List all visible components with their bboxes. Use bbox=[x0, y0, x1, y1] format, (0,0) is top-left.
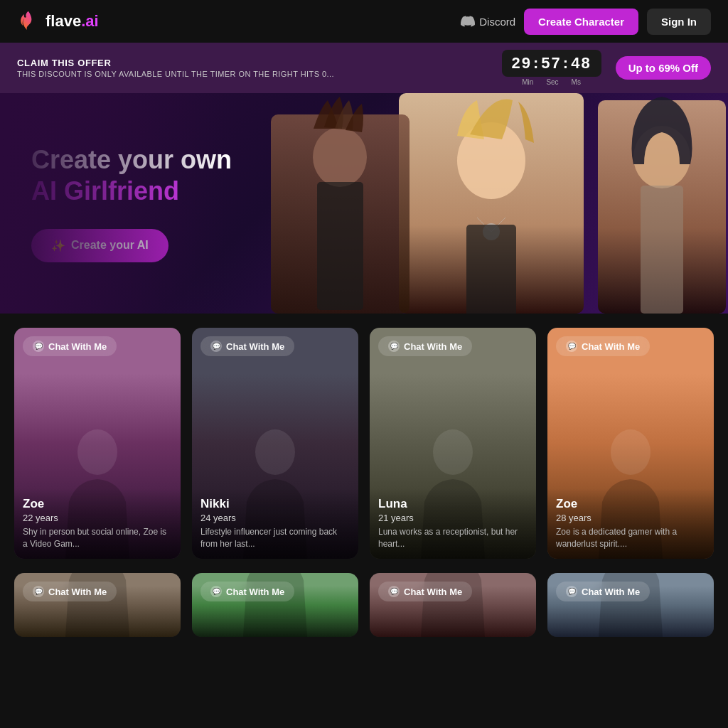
svg-rect-9 bbox=[466, 225, 516, 314]
chat-icon: 💬 bbox=[566, 341, 577, 352]
hero-section: Create your own AI Girlfriend ✨ Create y… bbox=[0, 93, 728, 314]
flame-icon bbox=[17, 10, 40, 33]
hero-portraits bbox=[255, 93, 728, 314]
chat-with-me-button[interactable]: 💬Chat With Me bbox=[378, 336, 472, 356]
offer-badge[interactable]: Up to 69% Off bbox=[616, 56, 711, 80]
svg-point-12 bbox=[77, 429, 117, 475]
chat-icon: 💬 bbox=[566, 586, 577, 597]
timer-ms: 48 bbox=[571, 54, 591, 73]
offer-text: CLAIM THIS OFFER THIS DISCOUNT IS ONLY A… bbox=[17, 58, 502, 78]
char-age: 24 years bbox=[200, 513, 350, 523]
sec-label: Sec bbox=[546, 78, 558, 86]
chat-with-me-button[interactable]: 💬Chat With Me bbox=[200, 336, 294, 356]
char-name: Zoe bbox=[23, 497, 172, 511]
ms-label: Ms bbox=[572, 78, 581, 86]
char-card[interactable]: 💬Chat With Me Luna 21 years Luna works a… bbox=[370, 328, 536, 559]
timer-minutes: 29 bbox=[512, 54, 532, 73]
chat-label: Chat With Me bbox=[404, 341, 462, 352]
char-info: Luna 21 years Luna works as a receptioni… bbox=[370, 488, 536, 559]
chat-label: Chat With Me bbox=[226, 587, 284, 597]
chat-with-me-button[interactable]: 💬Chat With Me bbox=[556, 582, 650, 601]
characters-section: 💬Chat With Me Zoe 22 years Shy in person… bbox=[0, 314, 728, 573]
timer-seconds: 57 bbox=[541, 54, 561, 73]
hero-gradient-overlay bbox=[0, 93, 228, 314]
offer-banner: CLAIM THIS OFFER THIS DISCOUNT IS ONLY A… bbox=[0, 43, 728, 93]
chat-label: Chat With Me bbox=[226, 341, 284, 352]
chat-icon: 💬 bbox=[33, 341, 44, 352]
char-name: Nikki bbox=[200, 497, 350, 511]
discord-button[interactable]: Discord bbox=[461, 14, 515, 28]
svg-point-14 bbox=[433, 429, 473, 475]
chat-with-me-button[interactable]: 💬Chat With Me bbox=[23, 582, 117, 601]
header: flave.ai Discord Create Character Sign I… bbox=[0, 0, 728, 43]
chat-icon: 💬 bbox=[388, 341, 400, 352]
chat-with-me-button[interactable]: 💬Chat With Me bbox=[378, 582, 472, 601]
char-name: Zoe bbox=[556, 497, 705, 511]
char-desc: Shy in person but social online, Zoe is … bbox=[23, 526, 172, 550]
chat-label: Chat With Me bbox=[582, 587, 640, 597]
char-desc: Lifestyle influencer just coming back fr… bbox=[200, 526, 350, 550]
char-card[interactable]: 💬Chat With Me Zoe 28 years Zoe is a dedi… bbox=[547, 328, 714, 559]
char-age: 22 years bbox=[23, 513, 172, 523]
countdown-timer: 29 : 57 : 48 Min Sec Ms bbox=[502, 50, 601, 86]
discord-icon bbox=[461, 14, 475, 28]
char-name: Luna bbox=[378, 497, 528, 511]
svg-point-13 bbox=[255, 429, 295, 475]
char-card[interactable]: 💬Chat With Me Zoe 22 years Shy in person… bbox=[14, 328, 181, 559]
offer-subtitle: THIS DISCOUNT IS ONLY AVAILABLE UNTIL TH… bbox=[17, 70, 502, 78]
hero-portrait-group bbox=[257, 93, 726, 314]
char-desc: Zoe is a dedicated gamer with a wanderlu… bbox=[556, 526, 705, 550]
sign-in-button[interactable]: Sign In bbox=[647, 9, 711, 35]
timer-labels: Min Sec Ms bbox=[522, 78, 581, 86]
logo-text: flave.ai bbox=[46, 12, 99, 31]
char-card[interactable]: 💬Chat With Me bbox=[14, 573, 181, 637]
characters-grid-row2: 💬Chat With Me 💬Chat With Me 💬Chat With M… bbox=[14, 573, 714, 637]
char-card[interactable]: 💬Chat With Me bbox=[370, 573, 536, 637]
chat-icon: 💬 bbox=[210, 586, 222, 597]
chat-with-me-button[interactable]: 💬Chat With Me bbox=[200, 582, 294, 601]
char-info: Zoe 22 years Shy in person but social on… bbox=[14, 488, 181, 559]
create-character-button[interactable]: Create Character bbox=[524, 9, 638, 35]
char-desc: Luna works as a receptionist, but her he… bbox=[378, 526, 528, 550]
chat-with-me-button[interactable]: 💬Chat With Me bbox=[556, 336, 650, 356]
svg-rect-11 bbox=[641, 186, 683, 314]
characters-section-row2: 💬Chat With Me 💬Chat With Me 💬Chat With M… bbox=[0, 573, 728, 651]
chat-icon: 💬 bbox=[210, 341, 222, 352]
char-card[interactable]: 💬Chat With Me Nikki 24 years Lifestyle i… bbox=[192, 328, 358, 559]
characters-grid: 💬Chat With Me Zoe 22 years Shy in person… bbox=[14, 328, 714, 559]
svg-point-3 bbox=[313, 127, 367, 187]
char-card[interactable]: 💬Chat With Me bbox=[192, 573, 358, 637]
chat-label: Chat With Me bbox=[582, 341, 640, 352]
chat-with-me-button[interactable]: 💬Chat With Me bbox=[23, 336, 117, 356]
chat-label: Chat With Me bbox=[48, 587, 107, 597]
char-age: 21 years bbox=[378, 513, 528, 523]
char-card[interactable]: 💬Chat With Me bbox=[547, 573, 714, 637]
header-actions: Discord Create Character Sign In bbox=[461, 9, 711, 35]
chat-label: Chat With Me bbox=[404, 587, 462, 597]
char-info: Nikki 24 years Lifestyle influencer just… bbox=[192, 488, 358, 559]
offer-title: CLAIM THIS OFFER bbox=[17, 58, 502, 68]
min-label: Min bbox=[522, 78, 533, 86]
chat-label: Chat With Me bbox=[48, 341, 107, 352]
char-info: Zoe 28 years Zoe is a dedicated gamer wi… bbox=[547, 488, 714, 559]
timer-colon2: : bbox=[563, 54, 569, 73]
timer-display: 29 : 57 : 48 bbox=[502, 50, 601, 77]
timer-colon1: : bbox=[533, 54, 540, 73]
logo: flave.ai bbox=[17, 10, 99, 33]
svg-point-15 bbox=[611, 429, 651, 475]
svg-rect-4 bbox=[317, 182, 363, 310]
char-age: 28 years bbox=[556, 513, 705, 523]
chat-icon: 💬 bbox=[388, 586, 400, 597]
chat-icon: 💬 bbox=[33, 586, 44, 597]
